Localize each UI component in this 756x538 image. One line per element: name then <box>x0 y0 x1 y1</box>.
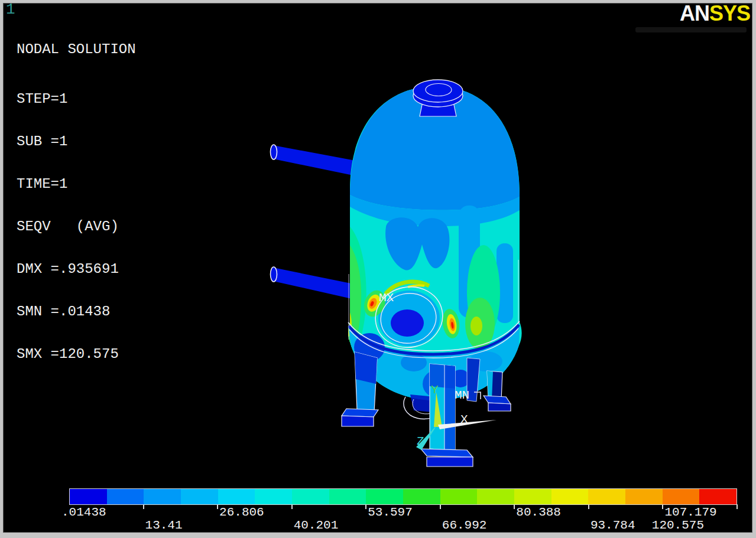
legend-color-segment <box>144 489 181 504</box>
annotation-step: STEP=1 <box>17 92 136 106</box>
annotation-dmx: DMX =.935691 <box>17 262 136 276</box>
side-pipe-upper <box>271 145 362 177</box>
legend-color-segment <box>663 489 700 504</box>
legend-value: 53.597 <box>368 506 413 519</box>
legend-color-segment <box>551 489 589 504</box>
legend-tick <box>291 504 293 509</box>
legend-tick <box>662 504 663 509</box>
ansys-logo-sys: SYS <box>709 1 750 25</box>
min-stress-label: MN <box>455 389 469 402</box>
legend-color-segment <box>625 489 663 504</box>
solution-annotation: NODAL SOLUTION STEP=1 SUB =1 TIME=1 SEQV… <box>17 14 136 390</box>
logo-smudge <box>635 27 747 32</box>
side-pipe-lower <box>271 267 358 300</box>
legend-value: 66.992 <box>442 519 487 532</box>
legend-color-segment <box>70 489 107 504</box>
legend-tick <box>217 504 218 509</box>
annotation-smn: SMN =.01438 <box>17 305 136 319</box>
legend-tick <box>143 504 144 509</box>
legend-tick <box>440 504 441 509</box>
ansys-logo: ANSYS <box>680 1 750 26</box>
legend-color-segment <box>366 489 403 504</box>
legend-color-segment <box>218 489 255 504</box>
legend-color-segment <box>477 489 514 504</box>
legend-bar <box>69 488 737 505</box>
axis-x-label: X <box>460 413 468 426</box>
annotation-time: TIME=1 <box>17 177 136 191</box>
annotation-smx: SMX =120.575 <box>17 347 136 361</box>
ansys-logo-an: AN <box>680 1 709 25</box>
axis-z-label: Z <box>417 435 424 448</box>
legend-value: 13.41 <box>145 519 183 532</box>
ansys-graphics-window: 1 NODAL SOLUTION STEP=1 SUB =1 TIME=1 SE… <box>0 0 756 538</box>
axis-y-label: Y <box>431 384 439 396</box>
legend: .0143813.4126.80640.20153.59766.99280.38… <box>69 488 737 534</box>
legend-color-segment <box>403 489 440 504</box>
top-nozzle <box>413 80 463 116</box>
legend-color-segment <box>292 489 329 504</box>
legend-tick <box>514 504 515 509</box>
legend-color-segment <box>514 489 551 504</box>
legend-color-segment <box>699 489 736 504</box>
legend-value: 80.388 <box>516 506 561 519</box>
annotation-result-type: SEQV (AVG) <box>17 220 136 234</box>
legend-color-segment <box>255 489 292 504</box>
legend-value: 40.201 <box>294 519 339 532</box>
annotation-title: NODAL SOLUTION <box>17 43 136 57</box>
plot-number: 1 <box>6 1 15 18</box>
legend-value: 93.784 <box>590 519 635 532</box>
legend-color-segment <box>107 489 144 504</box>
legend-tick <box>588 504 589 509</box>
legend-value: 107.179 <box>664 506 716 519</box>
annotation-sub: SUB =1 <box>17 135 136 149</box>
legend-tick <box>365 504 366 509</box>
legend-value: 26.806 <box>219 506 264 519</box>
legend-tick <box>736 504 738 509</box>
legend-value: 120.575 <box>652 519 704 532</box>
legend-color-segment <box>329 489 366 504</box>
legend-value: .01438 <box>61 506 106 519</box>
legend-color-segment <box>181 489 218 504</box>
legend-color-segment <box>588 489 625 504</box>
legend-color-segment <box>440 489 478 504</box>
max-stress-label: MX <box>379 292 394 304</box>
